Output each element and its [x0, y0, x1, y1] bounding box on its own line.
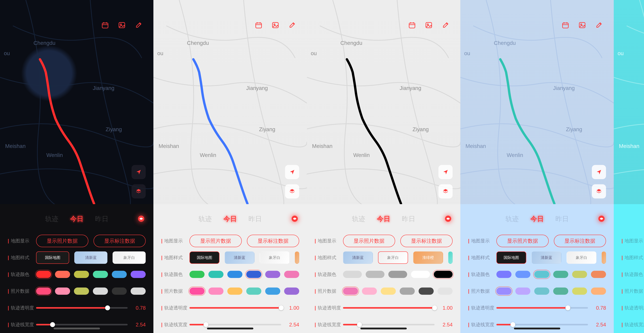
- color-swatch[interactable]: [265, 287, 280, 295]
- calendar-icon[interactable]: [561, 21, 570, 30]
- color-swatch[interactable]: [400, 287, 415, 295]
- color-swatch[interactable]: [343, 271, 362, 278]
- width-slider[interactable]: [36, 324, 128, 325]
- locate-button[interactable]: [592, 165, 606, 179]
- map-style-peek[interactable]: [448, 251, 452, 264]
- color-swatch[interactable]: [411, 271, 430, 278]
- calendar-icon[interactable]: [100, 21, 110, 30]
- menu-icon[interactable]: [315, 214, 324, 224]
- color-swatch[interactable]: [74, 287, 89, 295]
- tab-yesterday[interactable]: 昨日: [248, 214, 262, 223]
- color-swatch[interactable]: [591, 271, 606, 278]
- color-swatch[interactable]: [55, 271, 70, 278]
- show-marker-data-button[interactable]: 显示标注数据: [247, 235, 299, 247]
- edit-icon[interactable]: [441, 21, 450, 30]
- color-swatch[interactable]: [93, 271, 108, 278]
- tab-yesterday[interactable]: 昨日: [402, 214, 415, 223]
- opacity-slider[interactable]: [496, 307, 588, 309]
- tab-yesterday[interactable]: 昨日: [95, 214, 108, 223]
- tab-track[interactable]: 轨迹: [198, 214, 212, 223]
- map-style-white[interactable]: 象牙白: [260, 251, 290, 264]
- width-slider[interactable]: [343, 324, 434, 325]
- color-swatch[interactable]: [284, 287, 299, 295]
- show-photo-data-button[interactable]: 显示照片数据: [190, 235, 242, 247]
- style-swirl-icon[interactable]: [137, 214, 146, 224]
- locate-button[interactable]: [438, 165, 452, 179]
- tab-yesterday[interactable]: 昨日: [556, 214, 569, 223]
- menu-icon[interactable]: [622, 214, 630, 224]
- layers-button[interactable]: [285, 184, 299, 198]
- show-photo-data-button[interactable]: 显示照片数据: [343, 235, 395, 247]
- edit-icon[interactable]: [134, 21, 143, 30]
- color-swatch[interactable]: [496, 271, 512, 278]
- calendar-icon[interactable]: [254, 21, 263, 30]
- color-swatch[interactable]: [515, 287, 530, 295]
- tab-track[interactable]: 轨迹: [352, 214, 365, 223]
- color-swatch[interactable]: [208, 271, 224, 278]
- map-style-intl[interactable]: 国际地图: [190, 251, 219, 264]
- locate-button[interactable]: [132, 165, 146, 179]
- color-swatch[interactable]: [591, 287, 606, 295]
- color-swatch[interactable]: [55, 287, 70, 295]
- show-photo-data-button[interactable]: 显示照片数据: [496, 235, 549, 247]
- opacity-slider[interactable]: [36, 307, 128, 309]
- opacity-slider[interactable]: [343, 307, 434, 309]
- color-swatch[interactable]: [534, 271, 549, 278]
- map-style-white[interactable]: 象牙白: [112, 251, 146, 264]
- edit-icon[interactable]: [594, 21, 604, 30]
- image-icon[interactable]: [578, 21, 587, 30]
- map-style-blue[interactable]: 清新蓝: [532, 251, 561, 264]
- color-swatch[interactable]: [93, 287, 108, 295]
- tab-track[interactable]: 轨迹: [506, 214, 519, 223]
- map-style-blue[interactable]: 清新蓝: [343, 251, 373, 264]
- map-style-blue[interactable]: 清新蓝: [74, 251, 108, 264]
- layers-button[interactable]: [132, 184, 146, 198]
- map-style-peek[interactable]: [295, 251, 299, 264]
- color-swatch[interactable]: [434, 271, 452, 278]
- color-swatch[interactable]: [36, 287, 51, 295]
- show-marker-data-button[interactable]: 显示标注数据: [554, 235, 606, 247]
- color-swatch[interactable]: [112, 287, 127, 295]
- color-swatch[interactable]: [572, 287, 587, 295]
- color-swatch[interactable]: [74, 271, 89, 278]
- tab-track[interactable]: 轨迹: [45, 214, 58, 223]
- map-style-orange[interactable]: 淮绯橙: [413, 251, 443, 264]
- map-style-peek[interactable]: [602, 251, 606, 264]
- image-icon[interactable]: [424, 21, 433, 30]
- edit-icon[interactable]: [288, 21, 297, 30]
- map-style-intl[interactable]: 国际地图: [36, 251, 69, 264]
- image-icon[interactable]: [271, 21, 280, 30]
- map-style-white[interactable]: 象牙白: [566, 251, 596, 264]
- style-swirl-icon[interactable]: [444, 214, 452, 224]
- color-swatch[interactable]: [515, 271, 530, 278]
- style-swirl-icon[interactable]: [290, 214, 299, 224]
- color-swatch[interactable]: [227, 287, 242, 295]
- color-swatch[interactable]: [553, 287, 568, 295]
- color-swatch[interactable]: [36, 271, 51, 278]
- layers-button[interactable]: [438, 184, 452, 198]
- map-style-white[interactable]: 象牙白: [378, 251, 408, 264]
- width-slider[interactable]: [190, 324, 281, 325]
- tab-today[interactable]: 今日: [377, 214, 390, 223]
- menu-icon[interactable]: [8, 214, 17, 224]
- color-swatch[interactable]: [553, 271, 568, 278]
- color-swatch[interactable]: [534, 287, 549, 295]
- tab-today[interactable]: 今日: [224, 214, 237, 223]
- show-marker-data-button[interactable]: 显示标注数据: [94, 235, 146, 247]
- menu-icon[interactable]: [468, 214, 477, 224]
- tab-today[interactable]: 今日: [70, 214, 84, 223]
- width-slider[interactable]: [496, 324, 588, 325]
- color-swatch[interactable]: [190, 287, 204, 295]
- color-swatch[interactable]: [208, 287, 224, 295]
- image-icon[interactable]: [117, 21, 126, 30]
- color-swatch[interactable]: [366, 271, 384, 278]
- color-swatch[interactable]: [112, 271, 127, 278]
- color-swatch[interactable]: [284, 271, 299, 278]
- color-swatch[interactable]: [130, 287, 146, 295]
- color-swatch[interactable]: [362, 287, 377, 295]
- opacity-slider[interactable]: [190, 307, 281, 309]
- color-swatch[interactable]: [418, 287, 434, 295]
- color-swatch[interactable]: [343, 287, 358, 295]
- color-swatch[interactable]: [381, 287, 396, 295]
- map-style-blue[interactable]: 清新蓝: [225, 251, 254, 264]
